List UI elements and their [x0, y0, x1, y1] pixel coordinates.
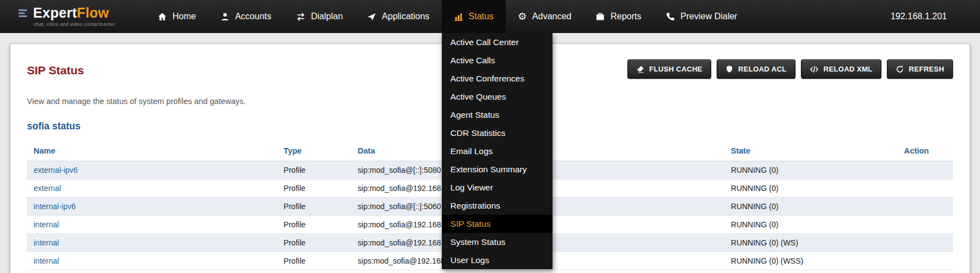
- profile-link[interactable]: internal: [34, 256, 59, 265]
- profile-link[interactable]: internal: [34, 220, 59, 229]
- profile-type: Profile: [277, 179, 351, 198]
- column-header-name: Name: [27, 141, 277, 161]
- profile-type: Profile: [277, 216, 351, 234]
- expertflow-logo: ExpertFlow chat, voice and video contact…: [19, 6, 127, 27]
- nav-item-label: Preview Dialer: [680, 12, 737, 21]
- status-menu-item-active-queues[interactable]: Active Queues: [442, 88, 553, 106]
- button-label: RELOAD ACL: [738, 65, 787, 73]
- eraser-icon: [636, 65, 645, 73]
- reload-xml-button[interactable]: RELOAD XML: [801, 59, 881, 79]
- nav-item-label: Reports: [610, 12, 641, 21]
- page-title: SIP Status: [27, 64, 84, 77]
- main-nav: Home Accounts Dialplan Applications: [145, 0, 749, 33]
- status-menu-item-user-logs[interactable]: User Logs: [442, 251, 553, 269]
- nav-item-applications[interactable]: Applications: [355, 0, 441, 33]
- status-menu-item-agent-status[interactable]: Agent Status: [442, 106, 553, 124]
- server-ip: 192.168.1.201: [891, 12, 947, 21]
- brand-name: ExpertFlow: [33, 6, 109, 20]
- nav-item-advanced[interactable]: ⚙ Advanced: [506, 0, 583, 33]
- top-navbar: ExpertFlow chat, voice and video contact…: [0, 0, 980, 33]
- code-icon: [810, 65, 819, 73]
- profile-type: Profile: [277, 161, 351, 179]
- profile-state: RUNNING (0): [724, 161, 897, 179]
- nav-item-label: Dialplan: [311, 12, 343, 21]
- flush-cache-button[interactable]: FLUSH CACHE: [627, 59, 711, 79]
- paper-plane-icon: [367, 12, 376, 21]
- profile-state: RUNNING (0): [724, 179, 897, 198]
- status-menu-item-active-conferences[interactable]: Active Conferences: [442, 69, 553, 88]
- profile-action: [897, 252, 953, 270]
- status-menu-item-email-logs[interactable]: Email Logs: [442, 142, 553, 160]
- status-menu-item-active-calls[interactable]: Active Calls: [442, 51, 553, 69]
- profile-type: Profile: [277, 198, 351, 216]
- nav-item-reports[interactable]: Reports: [583, 0, 653, 33]
- nav-item-label: Status: [469, 12, 494, 21]
- profile-action: [897, 161, 953, 179]
- profile-type: Profile: [277, 234, 351, 252]
- status-menu-item-active-call-center[interactable]: Active Call Center: [442, 33, 553, 51]
- profile-action: [897, 216, 953, 234]
- status-menu-item-extension-summary[interactable]: Extension Summary: [442, 160, 553, 178]
- refresh-icon: [896, 65, 904, 73]
- nav-item-label: Applications: [382, 12, 429, 21]
- profile-action: [897, 198, 953, 216]
- profile-link[interactable]: external: [34, 184, 61, 193]
- gear-icon: ⚙: [518, 12, 527, 21]
- profile-state: RUNNING (0) (WSS): [724, 252, 897, 270]
- nav-item-accounts[interactable]: Accounts: [208, 0, 284, 33]
- button-label: REFRESH: [909, 65, 944, 73]
- profile-type: Profile: [277, 252, 351, 270]
- button-label: FLUSH CACHE: [649, 65, 702, 73]
- column-header-action: Action: [897, 141, 953, 161]
- column-header-state: State: [724, 141, 897, 161]
- refresh-button[interactable]: REFRESH: [887, 59, 953, 79]
- phone-icon: [665, 12, 675, 21]
- status-dropdown-menu: Active Call Center Active Calls Active C…: [442, 33, 553, 269]
- profile-action: [897, 179, 953, 198]
- status-menu-item-registrations[interactable]: Registrations: [442, 196, 553, 215]
- brand-tagline: chat, voice and video contactcenter: [34, 22, 127, 27]
- profile-link[interactable]: external-ipv6: [34, 166, 78, 174]
- nav-item-home[interactable]: Home: [145, 0, 208, 33]
- nav-item-dialplan[interactable]: Dialplan: [284, 0, 355, 33]
- column-header-type: Type: [277, 141, 351, 161]
- bar-chart-icon: [454, 12, 463, 21]
- nav-item-label: Accounts: [235, 12, 272, 21]
- app-screen: ExpertFlow chat, voice and video contact…: [0, 0, 980, 273]
- home-icon: [158, 12, 167, 21]
- nav-item-label: Home: [172, 12, 196, 21]
- profile-state: RUNNING (0): [724, 198, 897, 216]
- nav-item-status[interactable]: Status Active Call Center Active Calls A…: [442, 0, 506, 33]
- profile-link[interactable]: internal-ipv6: [34, 202, 75, 211]
- status-menu-item-log-viewer[interactable]: Log Viewer: [442, 178, 553, 196]
- status-menu-item-cdr-statistics[interactable]: CDR Statistics: [442, 124, 553, 142]
- user-icon: [220, 12, 230, 21]
- profile-action: [897, 234, 953, 252]
- nav-item-preview-dialer[interactable]: Preview Dialer: [653, 0, 749, 33]
- expertflow-logo-icon: [19, 9, 29, 18]
- profile-state: RUNNING (0) (WS): [724, 234, 897, 252]
- status-menu-item-sip-status[interactable]: SIP Status: [442, 215, 553, 233]
- dialplan-arrows-icon: [296, 12, 306, 21]
- shield-icon: [725, 65, 733, 73]
- status-menu-item-system-status[interactable]: System Status: [442, 233, 553, 251]
- profile-link[interactable]: internal: [34, 238, 59, 247]
- toolbar: FLUSH CACHE RELOAD ACL RELOAD XML: [627, 59, 953, 79]
- button-label: RELOAD XML: [824, 65, 873, 73]
- reload-acl-button[interactable]: RELOAD ACL: [717, 59, 795, 79]
- profile-state: RUNNING (0): [724, 216, 897, 234]
- nav-item-label: Advanced: [532, 12, 571, 21]
- briefcase-icon: [595, 12, 605, 21]
